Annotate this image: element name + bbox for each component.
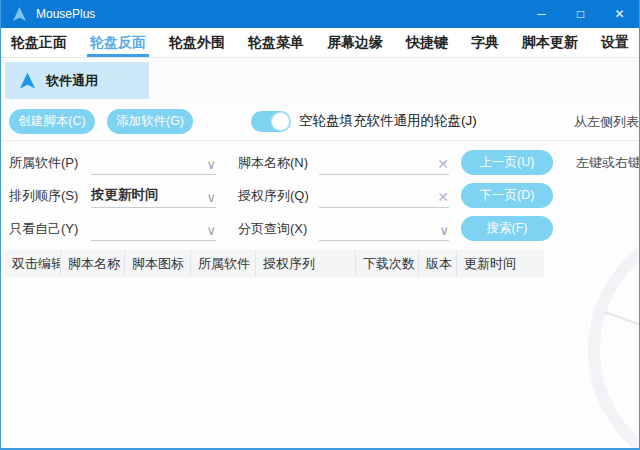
toolbar-divider: [1, 140, 639, 141]
only-mine-label: 只看自己(Y): [9, 220, 78, 238]
auth-serial-field: ✕: [319, 182, 449, 208]
fill-wheel-toggle[interactable]: [251, 111, 291, 132]
mouseplus-logo-icon: [13, 7, 26, 21]
filter-row-1: 所属软件(P) ∨ 脚本名称(N) ✕ 上一页(U): [1, 149, 639, 177]
sort-order-select[interactable]: 按更新时间 ∨: [91, 182, 216, 208]
tab-settings[interactable]: 设置: [593, 28, 637, 57]
create-script-button[interactable]: 创建脚本(C): [9, 109, 95, 134]
col-script-name: 脚本名称: [61, 250, 125, 277]
clear-icon[interactable]: ✕: [437, 190, 449, 204]
tab-script-update[interactable]: 脚本更新: [514, 28, 586, 57]
auth-serial-label: 授权序列(Q): [238, 187, 309, 205]
pagination-query-select[interactable]: ∨: [319, 215, 449, 241]
tab-screen-edge[interactable]: 屏幕边缘: [319, 28, 391, 57]
tab-wheel-front[interactable]: 轮盘正面: [3, 28, 75, 57]
filter-row-2: 排列顺序(S) 按更新时间 ∨ 授权序列(Q) ✕ 下一页(D): [1, 182, 639, 210]
col-script-icon: 脚本图标: [125, 250, 191, 277]
minimize-button[interactable]: ─: [522, 0, 561, 28]
close-button[interactable]: ✕: [600, 0, 639, 28]
sort-order-value: 按更新时间: [91, 186, 202, 204]
subtab-software-general[interactable]: 软件通用: [5, 62, 149, 99]
sort-order-label: 排列顺序(S): [9, 187, 78, 205]
subtab-label: 软件通用: [46, 72, 98, 90]
chevron-down-icon[interactable]: ∨: [206, 224, 216, 237]
fill-wheel-toggle-label: 空轮盘填充软件通用的轮盘(J): [299, 112, 477, 130]
tab-wheel-menu[interactable]: 轮盘菜单: [240, 28, 312, 57]
mouse-buttons-hint: 左键或右键: [576, 154, 640, 172]
filter-row-3: 只看自己(Y) ∨ 分页查询(X) ∨ 搜索(F): [1, 215, 639, 243]
prev-page-button[interactable]: 上一页(U): [461, 150, 553, 175]
belongs-software-label: 所属软件(P): [9, 154, 78, 172]
clear-icon[interactable]: ✕: [437, 157, 449, 171]
caption-buttons: ─ □ ✕: [522, 0, 639, 28]
toolbar: 创建脚本(C) 添加软件(G) 空轮盘填充软件通用的轮盘(J): [9, 108, 639, 134]
belongs-software-select[interactable]: ∨: [91, 149, 216, 175]
chevron-down-icon[interactable]: ∨: [206, 158, 216, 171]
left-list-hint: 从左侧列表: [574, 113, 639, 131]
pagination-query-label: 分页查询(X): [238, 220, 307, 238]
tab-hotkeys[interactable]: 快捷键: [398, 28, 456, 57]
app-window: MousePlus ─ □ ✕ 轮盘正面 轮盘反面 轮盘外围 轮盘菜单 屏幕边缘…: [0, 0, 640, 450]
toggle-knob-icon: [271, 112, 290, 131]
add-software-button[interactable]: 添加软件(G): [107, 109, 193, 134]
chevron-down-icon[interactable]: ∨: [439, 224, 449, 237]
col-download-count: 下载次数: [356, 250, 419, 277]
window-title: MousePlus: [36, 7, 95, 21]
cursor-triangle-icon: [20, 73, 35, 89]
tab-wheel-outer[interactable]: 轮盘外围: [161, 28, 233, 57]
col-version: 版本: [419, 250, 457, 277]
script-name-label: 脚本名称(N): [238, 154, 308, 172]
titlebar: MousePlus ─ □ ✕: [1, 0, 639, 28]
maximize-button[interactable]: □: [561, 0, 600, 28]
col-auth-serial: 授权序列: [256, 250, 356, 277]
subtab-bar: 软件通用: [1, 59, 639, 101]
only-mine-select[interactable]: ∨: [91, 215, 216, 241]
chevron-down-icon[interactable]: ∨: [206, 191, 216, 204]
tab-dictionary[interactable]: 字典: [463, 28, 507, 57]
col-update-time: 更新时间: [457, 250, 544, 277]
tab-wheel-back[interactable]: 轮盘反面: [82, 28, 154, 57]
wheel-preview-circle: [588, 219, 640, 450]
script-name-field: ✕: [319, 149, 449, 175]
script-table-header: 双击编辑 脚本名称 脚本图标 所属软件 授权序列 下载次数 版本 更新时间: [5, 250, 544, 277]
script-name-input[interactable]: [319, 156, 433, 171]
main-tabbar: 轮盘正面 轮盘反面 轮盘外围 轮盘菜单 屏幕边缘 快捷键 字典 脚本更新 设置: [1, 28, 639, 58]
search-button[interactable]: 搜索(F): [461, 216, 553, 241]
col-double-click-edit: 双击编辑: [5, 250, 61, 277]
auth-serial-input[interactable]: [319, 189, 433, 204]
col-belongs-software: 所属软件: [191, 250, 256, 277]
next-page-button[interactable]: 下一页(D): [461, 183, 553, 208]
